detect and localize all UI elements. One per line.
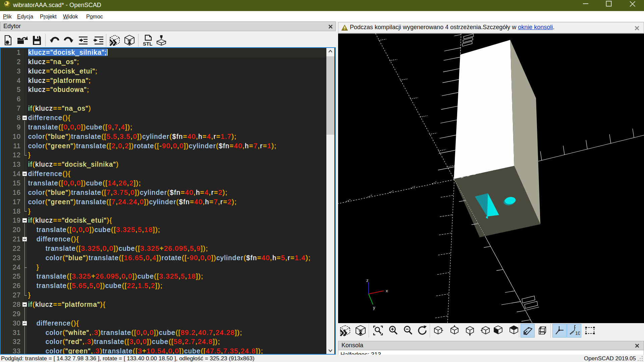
svg-text:10: 10 <box>575 330 580 336</box>
svg-text:STL: STL <box>143 41 152 46</box>
svg-text:y: y <box>373 305 375 310</box>
svg-text:x: x <box>386 288 388 293</box>
svg-text:z: z <box>366 278 369 283</box>
